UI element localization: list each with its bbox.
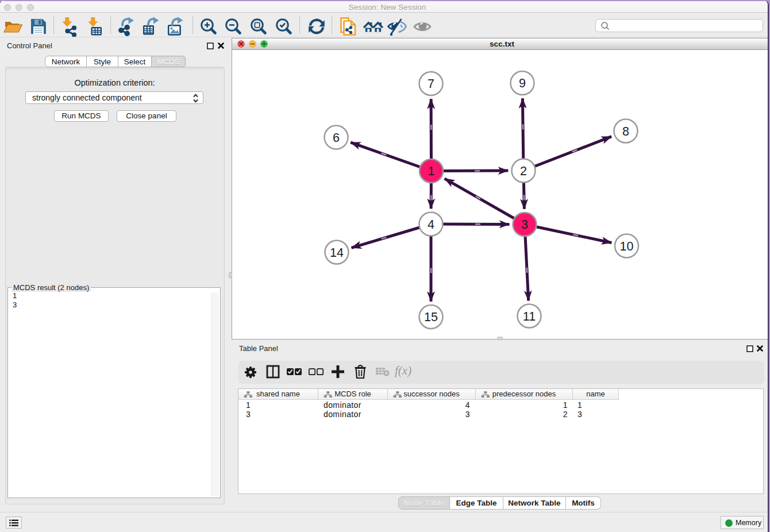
svg-text:8: 8 bbox=[622, 125, 629, 138]
svg-text:11: 11 bbox=[523, 310, 536, 323]
svg-text:14: 14 bbox=[330, 246, 344, 260]
svg-text:6: 6 bbox=[333, 131, 340, 145]
svg-text:9: 9 bbox=[519, 76, 526, 90]
svg-text:3: 3 bbox=[521, 218, 528, 232]
svg-text:2: 2 bbox=[520, 164, 527, 178]
svg-text:4: 4 bbox=[428, 218, 434, 232]
svg-text:1: 1 bbox=[428, 164, 435, 178]
svg-text:15: 15 bbox=[424, 310, 438, 324]
svg-text:7: 7 bbox=[428, 77, 434, 91]
svg-text:10: 10 bbox=[620, 240, 634, 253]
